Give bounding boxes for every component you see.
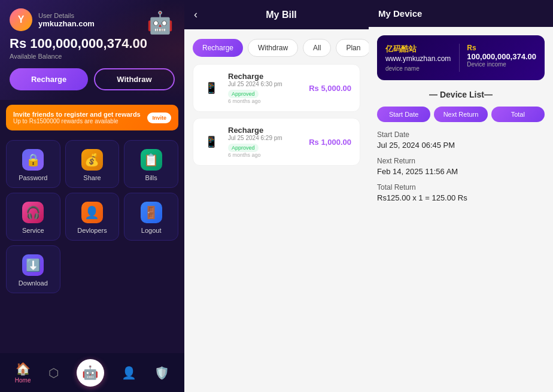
menu-item-share[interactable]: 💰 Share — [65, 140, 120, 188]
trans-date-2: Jul 25 2024 6:29 pm — [228, 135, 302, 141]
menu-label-logout: Logout — [141, 227, 162, 234]
detail-label-start-date: Start Date — [377, 130, 545, 139]
person-icon: 👤 — [121, 366, 136, 380]
trans-time-ago-1: 6 months ago — [228, 98, 302, 104]
detail-row-next-return: Next Return Feb 14, 2025 11:56 AM — [377, 157, 545, 176]
left-panel: Y User Details ymkuzhan.com 🤖 Rs 100,000… — [0, 0, 184, 392]
invite-title: Invite friends to register and get rewar… — [13, 111, 141, 118]
device-card: 亿码酷站 www.ymkuzhan.com device name Rs 100… — [377, 35, 545, 80]
share-icon: 💰 — [81, 149, 103, 171]
menu-label-download: Download — [19, 279, 48, 287]
trans-status-2: Approved — [228, 144, 259, 152]
right-panel: My Device 亿码酷站 www.ymkuzhan.com device n… — [369, 0, 553, 392]
trans-info-1: Recharge Jul 25 2024 6:30 pm Approved 6 … — [228, 72, 302, 104]
logout-icon: 🚪 — [141, 202, 162, 223]
avatar: Y — [10, 8, 32, 31]
back-button[interactable]: ‹ — [194, 8, 198, 21]
device-col-headers: Start Date Next Return Total — [369, 107, 553, 122]
trans-icon-1: 📱 — [202, 78, 221, 98]
right-header: My Device — [369, 0, 553, 27]
menu-item-bills[interactable]: 📋 Bills — [124, 140, 178, 188]
device-name-label: device name — [385, 65, 452, 72]
password-icon: 🔒 — [22, 149, 44, 171]
invite-button[interactable]: Invite — [147, 113, 171, 123]
invite-subtitle: Up to Rs1500000 rewards are available — [13, 118, 141, 124]
devlopers-icon: 👤 — [81, 202, 103, 223]
middle-title: My Bill — [203, 10, 359, 20]
detail-label-next-return: Next Return — [377, 157, 545, 165]
invite-banner: Invite friends to register and get rewar… — [6, 105, 178, 130]
cube-icon: ⬡ — [48, 366, 59, 380]
trans-type-1: Recharge — [228, 72, 302, 81]
tab-row: Recharge Withdraw All Plan — [184, 29, 369, 64]
bottom-nav: 🏠 Home ⬡ 🤖 👤 🛡️ — [0, 353, 184, 392]
tab-all[interactable]: All — [303, 39, 331, 57]
transaction-card-2: 📱 Recharge Jul 25 2024 6:29 pm Approved … — [193, 118, 360, 166]
tab-withdraw[interactable]: Withdraw — [248, 39, 298, 57]
menu-item-password[interactable]: 🔒 Password — [6, 140, 60, 188]
menu-label-service: Service — [22, 227, 44, 234]
device-details: Start Date Jul 25, 2024 06:45 PM Next Re… — [369, 130, 553, 209]
middle-panel: ‹ My Bill Recharge Withdraw All Plan 📱 R… — [184, 0, 369, 392]
device-url: www.ymkuzhan.com — [385, 54, 452, 63]
menu-label-bills: Bills — [145, 174, 157, 181]
col-start-date-button[interactable]: Start Date — [377, 107, 430, 122]
transactions-list: 📱 Recharge Jul 25 2024 6:30 pm Approved … — [184, 64, 369, 166]
robot-nav-icon: 🤖 — [82, 365, 98, 381]
trans-time-ago-2: 6 months ago — [228, 152, 302, 158]
nav-home[interactable]: 🏠 Home — [15, 361, 31, 384]
service-icon: 🎧 — [22, 202, 44, 223]
device-right: Rs 100,000,000,374.00 Device income — [460, 44, 536, 72]
nav-cube[interactable]: ⬡ — [48, 366, 59, 380]
menu-item-download[interactable]: ⬇️ Download — [6, 245, 60, 293]
trans-info-2: Recharge Jul 25 2024 6:29 pm Approved 6 … — [228, 126, 302, 158]
device-chinese: 亿码酷站 — [385, 44, 452, 54]
trans-amount-1: Rs 5,000.00 — [309, 84, 351, 93]
menu-item-logout[interactable]: 🚪 Logout — [124, 193, 178, 241]
trans-type-2: Recharge — [228, 126, 302, 135]
nav-shield[interactable]: 🛡️ — [154, 366, 169, 380]
trans-date-1: Jul 25 2024 6:30 pm — [228, 81, 302, 87]
download-icon: ⬇️ — [22, 254, 44, 276]
user-header: Y User Details ymkuzhan.com 🤖 Rs 100,000… — [0, 0, 184, 100]
detail-row-start-date: Start Date Jul 25, 2024 06:45 PM — [377, 130, 545, 150]
detail-row-total-return: Total Return Rs125.00 x 1 = 125.00 Rs — [377, 183, 545, 202]
robot-icon: 🤖 — [145, 6, 175, 39]
trans-status-1: Approved — [228, 90, 259, 98]
menu-item-devlopers[interactable]: 👤 Devlopers — [65, 193, 120, 241]
menu-label-share: Share — [83, 174, 101, 181]
menu-item-service[interactable]: 🎧 Service — [6, 193, 60, 241]
transaction-card: 📱 Recharge Jul 25 2024 6:30 pm Approved … — [193, 64, 360, 112]
trans-amount-2: Rs 1,000.00 — [309, 138, 351, 147]
detail-label-total-return: Total Return — [377, 183, 545, 192]
bills-icon: 📋 — [141, 149, 162, 171]
device-income-label: Device income — [467, 61, 536, 68]
detail-value-start-date: Jul 25, 2024 06:45 PM — [377, 141, 545, 150]
nav-home-label: Home — [15, 377, 31, 384]
menu-label-devlopers: Devlopers — [77, 227, 107, 234]
device-left: 亿码酷站 www.ymkuzhan.com device name — [385, 44, 460, 72]
middle-header: ‹ My Bill — [184, 0, 369, 29]
menu-grid: 🔒 Password 💰 Share 📋 Bills 🎧 Service 👤 D… — [0, 135, 184, 298]
device-rs-label: Rs — [467, 44, 536, 52]
trans-icon-2: 📱 — [202, 132, 221, 151]
nav-robot-button[interactable]: 🤖 — [77, 359, 104, 387]
tab-plan[interactable]: Plan — [336, 39, 370, 57]
detail-value-next-return: Feb 14, 2025 11:56 AM — [377, 167, 545, 176]
col-next-return-button[interactable]: Next Return — [434, 107, 487, 122]
home-icon: 🏠 — [16, 361, 31, 376]
menu-label-password: Password — [19, 174, 47, 181]
detail-value-total-return: Rs125.00 x 1 = 125.00 Rs — [377, 193, 545, 202]
device-list-header: Device List — [369, 90, 553, 99]
tab-recharge[interactable]: Recharge — [193, 39, 243, 57]
nav-person[interactable]: 👤 — [121, 366, 136, 380]
col-total-button[interactable]: Total — [491, 107, 545, 122]
device-income: 100,000,000,374.00 — [467, 52, 536, 61]
shield-icon: 🛡️ — [154, 366, 169, 380]
